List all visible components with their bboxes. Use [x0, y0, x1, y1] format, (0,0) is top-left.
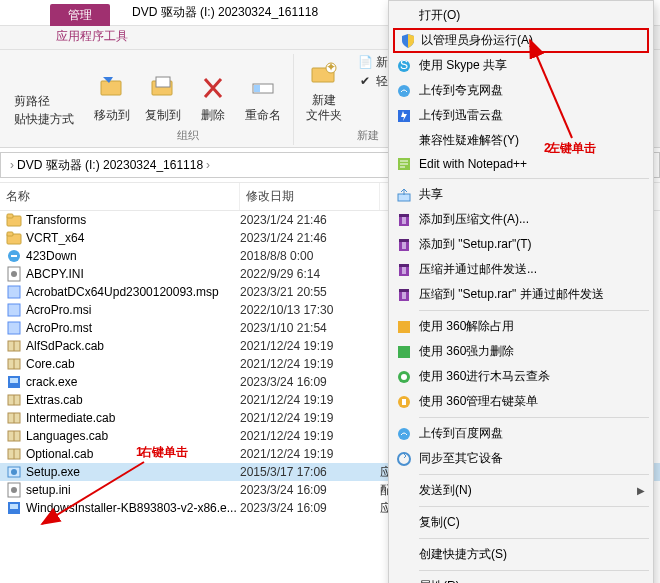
context-menu-item[interactable]: 兼容性疑难解答(Y) [391, 128, 651, 153]
context-menu-label: 共享 [419, 186, 443, 203]
context-menu-item[interactable]: 以管理员身份运行(A) [393, 28, 649, 53]
svg-rect-16 [8, 304, 20, 316]
col-name[interactable]: 名称 [0, 183, 240, 210]
new-folder-icon: ✦ [307, 56, 341, 90]
svg-rect-43 [402, 242, 406, 249]
context-menu-label: 上传到夸克网盘 [419, 82, 503, 99]
breadcrumb-segment[interactable]: DVD 驱动器 (I:) 20230324_161118 [17, 157, 203, 174]
svg-rect-2 [156, 77, 170, 87]
context-menu-label: 属性(R) [419, 578, 460, 583]
rar-icon [396, 212, 412, 228]
context-menu-item[interactable]: 压缩并通过邮件发送... [391, 257, 651, 282]
context-menu-item[interactable]: 创建快捷方式(S) [391, 542, 651, 567]
context-menu-item[interactable]: 使用 360解除占用 [391, 314, 651, 339]
context-menu-label: 压缩到 "Setup.rar" 并通过邮件发送 [419, 286, 604, 303]
file-date: 2023/3/24 16:09 [240, 375, 380, 389]
file-name: AcroPro.msi [26, 303, 240, 317]
svg-rect-0 [101, 81, 121, 95]
baidu-icon [396, 426, 412, 442]
file-name: Languages.cab [26, 429, 240, 443]
svg-rect-39 [399, 214, 409, 217]
context-menu-label: 使用 360强力删除 [419, 343, 514, 360]
file-date: 2018/8/8 0:00 [240, 249, 380, 263]
svg-point-14 [11, 271, 17, 277]
svg-rect-15 [8, 286, 20, 298]
rename-button[interactable]: 重命名 [239, 69, 287, 126]
file-date: 2023/1/24 21:46 [240, 213, 380, 227]
file-date: 2021/12/24 19:19 [240, 339, 380, 353]
file-date: 2021/12/24 19:19 [240, 447, 380, 461]
file-icon [6, 338, 22, 354]
context-menu-item[interactable]: S使用 Skype 共享 [391, 53, 651, 78]
context-menu-label: 使用 Skype 共享 [419, 57, 507, 74]
file-icon [6, 230, 22, 246]
file-name: Optional.cab [26, 447, 240, 461]
context-menu-item[interactable]: 上传到夸克网盘 [391, 78, 651, 103]
file-date: 2021/12/24 19:19 [240, 357, 380, 371]
context-menu-item[interactable]: 使用 360管理右键菜单 [391, 389, 651, 414]
context-menu-item[interactable]: 复制(C) [391, 510, 651, 535]
context-menu-label: 使用 360解除占用 [419, 318, 514, 335]
svg-rect-21 [10, 378, 18, 383]
file-name: AcroPro.mst [26, 321, 240, 335]
context-menu-item[interactable]: 添加到压缩文件(A)... [391, 207, 651, 232]
context-menu-item[interactable]: 共享 [391, 182, 651, 207]
new-item-icon: 📄 [357, 55, 373, 71]
move-to-button[interactable]: 移动到 [88, 69, 136, 126]
context-menu-item[interactable]: 发送到(N)▶ [391, 478, 651, 503]
annotation-step1: 1右键单击 [136, 444, 188, 461]
svg-rect-9 [7, 214, 13, 218]
move-icon [95, 71, 129, 105]
file-date: 2023/1/24 21:46 [240, 231, 380, 245]
context-menu-item[interactable]: Edit with Notepad++ [391, 153, 651, 175]
file-icon [6, 302, 22, 318]
context-menu-label: 使用 360管理右键菜单 [419, 393, 538, 410]
context-menu-item[interactable]: 上传到迅雷云盘 [391, 103, 651, 128]
context-menu-label: Edit with Notepad++ [419, 157, 527, 171]
context-menu-item[interactable]: 使用 360强力删除 [391, 339, 651, 364]
svg-rect-11 [7, 232, 13, 236]
copy-to-button[interactable]: 复制到 [139, 69, 187, 126]
context-menu-item[interactable]: 压缩到 "Setup.rar" 并通过邮件发送 [391, 282, 651, 307]
context-menu-item[interactable]: 打开(O) [391, 3, 651, 28]
file-name: Intermediate.cab [26, 411, 240, 425]
delete-icon [196, 71, 230, 105]
col-date[interactable]: 修改日期 [240, 183, 380, 210]
context-menu-label: 添加到 "Setup.rar"(T) [419, 236, 532, 253]
context-menu-item[interactable]: 使用 360进行木马云查杀 [391, 364, 651, 389]
context-menu-item[interactable]: 属性(R) [391, 574, 651, 583]
file-name: Setup.exe [26, 465, 240, 479]
file-icon [6, 266, 22, 282]
svg-text:✦: ✦ [326, 60, 336, 74]
context-menu-item[interactable]: 添加到 "Setup.rar"(T) [391, 232, 651, 257]
context-menu-label: 以管理员身份运行(A) [421, 32, 533, 49]
sync-icon [396, 451, 412, 467]
context-menu-separator [419, 538, 649, 539]
360d-icon [396, 394, 412, 410]
cut-path-button[interactable]: 剪路径 [12, 93, 76, 111]
rename-icon [246, 71, 280, 105]
file-date: 2021/12/24 19:19 [240, 411, 380, 425]
file-date: 2023/3/24 16:09 [240, 483, 380, 497]
context-menu-separator [419, 506, 649, 507]
context-menu-label: 发送到(N) [419, 482, 472, 499]
quark-icon [396, 83, 412, 99]
file-name: Core.cab [26, 357, 240, 371]
new-folder-button[interactable]: ✦ 新建 文件夹 [300, 54, 348, 126]
context-menu-separator [419, 417, 649, 418]
ribbon-tab-manage[interactable]: 管理 [50, 4, 110, 26]
svg-rect-46 [402, 267, 406, 274]
context-menu-item[interactable]: 同步至其它设备 [391, 446, 651, 471]
ribbon-group-new: 新建 [357, 128, 379, 143]
chevron-right-icon: › [203, 158, 213, 172]
npp-icon [396, 156, 412, 172]
file-date: 2023/1/10 21:54 [240, 321, 380, 335]
delete-button[interactable]: 删除 [190, 69, 236, 126]
ribbon-tab-apptools[interactable]: 应用程序工具 [46, 24, 138, 49]
context-menu-label: 同步至其它设备 [419, 450, 503, 467]
file-date: 2015/3/17 17:06 [240, 465, 380, 479]
svg-rect-42 [399, 239, 409, 242]
context-menu-item[interactable]: 上传到百度网盘 [391, 421, 651, 446]
paste-shortcut-button[interactable]: 贴快捷方式 [12, 111, 76, 129]
file-name: Transforms [26, 213, 240, 227]
